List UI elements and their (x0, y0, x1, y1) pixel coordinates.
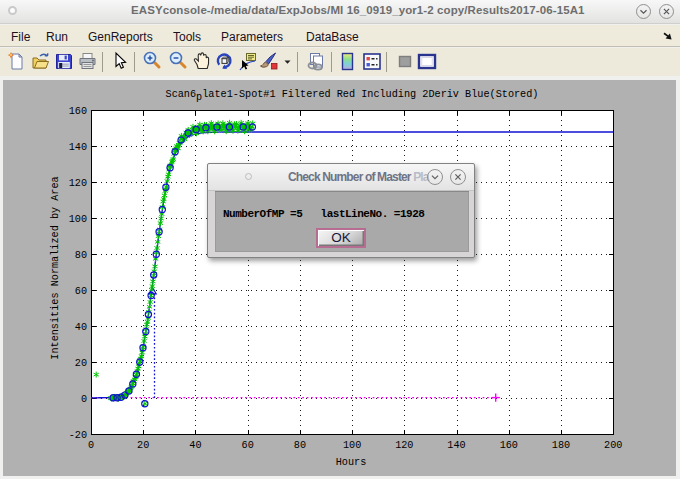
svg-text:160: 160 (500, 440, 518, 451)
svg-text:20: 20 (137, 440, 149, 451)
svg-text:20: 20 (75, 358, 87, 369)
svg-text:140: 140 (69, 142, 87, 153)
svg-text:80: 80 (294, 440, 306, 451)
svg-text:-20: -20 (69, 430, 87, 441)
svg-text:180: 180 (552, 440, 570, 451)
svg-text:140: 140 (447, 440, 465, 451)
svg-text:Hours: Hours (336, 457, 367, 468)
svg-text:Scan6plate1-Spot#1 Filtered Re: Scan6plate1-Spot#1 Filtered Red Includin… (166, 89, 539, 103)
svg-text:80: 80 (75, 250, 87, 261)
svg-text:60: 60 (75, 286, 87, 297)
svg-text:40: 40 (75, 322, 87, 333)
svg-text:200: 200 (604, 440, 622, 451)
svg-text:100: 100 (69, 214, 87, 225)
svg-text:120: 120 (69, 178, 87, 189)
svg-text:120: 120 (395, 440, 413, 451)
svg-text:40: 40 (189, 440, 201, 451)
svg-text:60: 60 (242, 440, 254, 451)
svg-text:160: 160 (69, 106, 87, 117)
svg-text:Intensities Normalized by Area: Intensities Normalized by Area (50, 176, 61, 359)
svg-text:0: 0 (81, 394, 87, 405)
svg-text:0: 0 (88, 440, 94, 451)
svg-text:100: 100 (343, 440, 361, 451)
